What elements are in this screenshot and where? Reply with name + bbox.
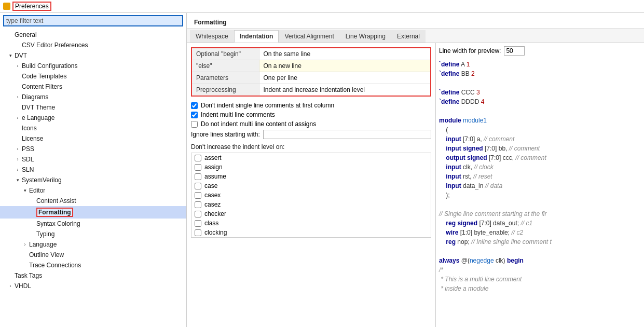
sidebar-item-dvt[interactable]: ▾ DVT — [0, 50, 186, 61]
checkbox-no-indent-assigns-input[interactable] — [191, 121, 198, 128]
title-bar: Preferences — [0, 0, 644, 13]
tab-whitespace[interactable]: Whitespace — [190, 30, 234, 43]
sidebar-item-language[interactable]: › Language — [0, 239, 186, 250]
sidebar-item-outline-view[interactable]: Outline View — [0, 250, 186, 260]
checkbox-no-indent-assigns-label: Do not indent multi line content of assi… — [201, 120, 316, 128]
keyword-checkbox-assign[interactable] — [195, 164, 201, 171]
sidebar-item-csv-editor[interactable]: CSV Editor Preferences — [0, 40, 186, 50]
keyword-item-assert: assert — [191, 153, 431, 162]
keyword-label-assert: assert — [204, 154, 222, 161]
keyword-checkbox-assert[interactable] — [195, 155, 201, 161]
keyword-checkbox-class[interactable] — [195, 220, 201, 227]
keyword-item-class: class — [191, 219, 431, 228]
code-line-module: module module1 — [439, 116, 641, 125]
chevron-down-icon: ▾ — [7, 52, 13, 59]
sidebar-label-icons: Icons — [22, 125, 37, 132]
sidebar-item-dvt-theme[interactable]: DVT Theme — [0, 102, 186, 113]
option-value-optional-begin[interactable]: On the same line — [259, 48, 431, 60]
chevron-down-icon-editor: ▾ — [22, 187, 28, 194]
sidebar-item-systemverilog[interactable]: ▾ SystemVerilog — [0, 175, 186, 185]
chevron-right-icon-sln: › — [15, 167, 21, 173]
checkbox-indent-multi-input[interactable] — [191, 112, 198, 118]
sidebar-item-sdl[interactable]: › SDL — [0, 154, 186, 165]
checkbox-indent-multi: Indent multi line comments — [191, 111, 431, 118]
checkbox-no-indent-single-input[interactable] — [191, 102, 198, 109]
keyword-item-casez: casez — [191, 200, 431, 209]
code-line-reg1: reg signed [7:0] data_out; // c1 — [439, 219, 641, 228]
sidebar-item-license[interactable]: License — [0, 133, 186, 144]
sidebar-item-content-filters[interactable]: Content Filters — [0, 81, 186, 92]
sidebar-item-formatting[interactable]: Formatting — [0, 206, 186, 219]
sidebar-label-dvt-theme: DVT Theme — [22, 104, 55, 111]
keyword-checkbox-clocking[interactable] — [195, 229, 201, 236]
sidebar-item-task-tags[interactable]: Task Tags — [0, 270, 186, 281]
sidebar-label-content-assist: Content Assist — [36, 197, 76, 205]
no-icon-dvt-theme — [15, 104, 21, 111]
tab-external[interactable]: External — [391, 30, 426, 43]
checkbox-indent-multi-label: Indent multi line comments — [201, 111, 275, 118]
sidebar-label-syntax-coloring: Syntax Coloring — [36, 220, 80, 227]
main-container: General CSV Editor Preferences ▾ DVT — [0, 13, 644, 327]
option-value-else[interactable]: On a new line — [259, 60, 431, 72]
sidebar-label-diagrams: Diagrams — [22, 93, 48, 101]
keyword-label-checker: checker — [204, 210, 226, 217]
sidebar-item-vhdl[interactable]: › VHDL — [0, 281, 186, 291]
chevron-right-icon-build: › — [15, 63, 21, 69]
keyword-checkbox-assume[interactable] — [195, 173, 201, 180]
keyword-checkbox-casex[interactable] — [195, 192, 201, 199]
table-row-else: "else" On a new line — [191, 60, 431, 72]
sidebar-label-vhdl: VHDL — [15, 282, 31, 290]
code-line-blank-2 — [439, 106, 641, 116]
keyword-checkbox-case[interactable] — [195, 183, 201, 189]
filter-input[interactable] — [3, 15, 183, 26]
sidebar-label-formatting: Formatting — [36, 208, 73, 217]
code-line-port5: input rst, // reset — [439, 172, 641, 181]
checkbox-no-indent-single: Don't indent single line comments at fir… — [191, 102, 431, 109]
sidebar-label-general: General — [15, 31, 37, 38]
code-line-port1: input [7:0] a, // comment — [439, 134, 641, 144]
sidebar-label-sdl: SDL — [22, 156, 34, 163]
sidebar-item-editor[interactable]: ▾ Editor — [0, 185, 186, 196]
chevron-down-icon-sv: ▾ — [15, 177, 21, 183]
keyword-checkbox-casez[interactable] — [195, 201, 201, 208]
option-value-parameters[interactable]: One per line — [259, 72, 431, 84]
tab-indentation[interactable]: Indentation — [234, 30, 279, 43]
sidebar-item-pss[interactable]: › PSS — [0, 144, 186, 154]
ignore-lines-input[interactable] — [263, 130, 431, 139]
sidebar-item-syntax-coloring[interactable]: Syntax Coloring — [0, 219, 186, 229]
sidebar-label-license: License — [22, 135, 43, 142]
sidebar-item-diagrams[interactable]: › Diagrams — [0, 92, 186, 102]
no-icon-formatting — [29, 209, 35, 215]
no-icon-content-filters — [15, 84, 21, 90]
no-icon-outline — [22, 252, 28, 258]
keyword-checkbox-checker[interactable] — [195, 211, 201, 217]
sidebar-item-e-language[interactable]: › e Language — [0, 113, 186, 123]
table-row-parameters: Parameters One per line — [191, 72, 431, 84]
no-expand-icon — [15, 42, 21, 48]
sidebar-label-typing: Typing — [36, 230, 54, 238]
sidebar-item-code-templates[interactable]: Code Templates — [0, 71, 186, 81]
checkbox-no-indent-assigns: Do not indent multi line content of assi… — [191, 120, 431, 128]
sidebar-item-general[interactable]: General — [0, 30, 186, 40]
content-panel: Formatting Whitespace Indentation Vertic… — [187, 13, 644, 327]
line-width-label: Line width for preview: — [439, 47, 501, 55]
sidebar-item-typing[interactable]: Typing — [0, 229, 186, 239]
option-value-preprocessing[interactable]: Indent and increase indentation level — [259, 84, 431, 97]
sidebar-item-build-configurations[interactable]: › Build Configurations — [0, 61, 186, 71]
no-icon-code-templates — [15, 73, 21, 79]
sidebar-item-sln[interactable]: › SLN — [0, 165, 186, 175]
keyword-item-assign: assign — [191, 162, 431, 172]
sidebar-item-icons[interactable]: Icons — [0, 123, 186, 133]
sidebar-item-content-assist[interactable]: Content Assist — [0, 196, 186, 206]
line-width-input[interactable] — [504, 46, 525, 56]
tab-line-wrapping[interactable]: Line Wrapping — [340, 30, 391, 43]
tab-vertical-alignment[interactable]: Vertical Alignment — [279, 30, 339, 43]
chevron-right-icon-lang: › — [22, 241, 28, 248]
code-line-blank-4 — [439, 247, 641, 256]
code-line-2: `define BB 2 — [439, 69, 641, 78]
sidebar-item-trace-connections[interactable]: Trace Connections — [0, 260, 186, 270]
code-line-block-cmt1: /* — [439, 265, 641, 275]
code-line-always: always @(negedge clk) begin — [439, 256, 641, 265]
keyword-item-case: case — [191, 181, 431, 190]
ignore-lines-label: Ignore lines starting with: — [191, 131, 260, 138]
